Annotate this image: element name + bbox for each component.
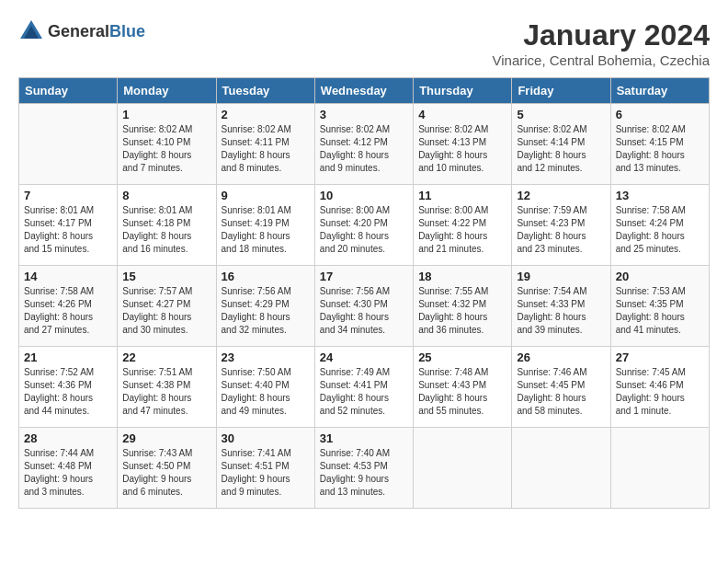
calendar-week-row: 14Sunrise: 7:58 AM Sunset: 4:26 PM Dayli… (19, 266, 710, 347)
calendar-cell: 2Sunrise: 8:02 AM Sunset: 4:11 PM Daylig… (216, 104, 314, 185)
cell-content: Sunrise: 7:48 AM Sunset: 4:43 PM Dayligh… (418, 366, 506, 418)
calendar-cell: 5Sunrise: 8:02 AM Sunset: 4:14 PM Daylig… (512, 104, 610, 185)
cell-content: Sunrise: 8:01 AM Sunset: 4:18 PM Dayligh… (122, 204, 210, 256)
day-number: 5 (517, 108, 605, 121)
calendar-cell: 31Sunrise: 7:40 AM Sunset: 4:53 PM Dayli… (314, 428, 413, 509)
cell-content: Sunrise: 7:53 AM Sunset: 4:35 PM Dayligh… (616, 285, 704, 337)
cell-content: Sunrise: 7:44 AM Sunset: 4:48 PM Dayligh… (24, 447, 112, 499)
cell-content: Sunrise: 7:45 AM Sunset: 4:46 PM Dayligh… (616, 366, 704, 418)
calendar-cell: 21Sunrise: 7:52 AM Sunset: 4:36 PM Dayli… (19, 347, 118, 428)
cell-content: Sunrise: 8:02 AM Sunset: 4:15 PM Dayligh… (616, 123, 704, 175)
cell-content: Sunrise: 7:41 AM Sunset: 4:51 PM Dayligh… (222, 447, 310, 499)
logo-general-text: General (48, 22, 109, 40)
day-number: 7 (24, 189, 112, 202)
day-number: 15 (122, 270, 210, 283)
day-number: 10 (320, 189, 408, 202)
cell-content: Sunrise: 7:56 AM Sunset: 4:30 PM Dayligh… (320, 285, 408, 337)
calendar-cell: 28Sunrise: 7:44 AM Sunset: 4:48 PM Dayli… (19, 428, 118, 509)
cell-content: Sunrise: 7:58 AM Sunset: 4:26 PM Dayligh… (24, 285, 112, 337)
calendar-cell: 27Sunrise: 7:45 AM Sunset: 4:46 PM Dayli… (610, 347, 709, 428)
calendar-cell: 25Sunrise: 7:48 AM Sunset: 4:43 PM Dayli… (414, 347, 512, 428)
calendar-cell: 12Sunrise: 7:59 AM Sunset: 4:23 PM Dayli… (512, 185, 610, 266)
calendar-cell: 15Sunrise: 7:57 AM Sunset: 4:27 PM Dayli… (118, 266, 216, 347)
day-header-friday: Friday (512, 78, 610, 104)
calendar-cell: 14Sunrise: 7:58 AM Sunset: 4:26 PM Dayli… (19, 266, 118, 347)
calendar-cell: 19Sunrise: 7:54 AM Sunset: 4:33 PM Dayli… (512, 266, 610, 347)
cell-content: Sunrise: 8:02 AM Sunset: 4:14 PM Dayligh… (517, 123, 605, 175)
day-number: 4 (418, 108, 506, 121)
day-header-thursday: Thursday (414, 78, 512, 104)
calendar-header-row: SundayMondayTuesdayWednesdayThursdayFrid… (19, 78, 710, 104)
day-number: 9 (222, 189, 310, 202)
day-number: 8 (122, 189, 210, 202)
day-number: 20 (616, 270, 704, 283)
cell-content: Sunrise: 8:02 AM Sunset: 4:10 PM Dayligh… (122, 123, 210, 175)
calendar-cell: 18Sunrise: 7:55 AM Sunset: 4:32 PM Dayli… (414, 266, 512, 347)
calendar-cell: 4Sunrise: 8:02 AM Sunset: 4:13 PM Daylig… (414, 104, 512, 185)
cell-content: Sunrise: 8:02 AM Sunset: 4:11 PM Dayligh… (222, 123, 310, 175)
cell-content: Sunrise: 7:54 AM Sunset: 4:33 PM Dayligh… (517, 285, 605, 337)
calendar-cell: 16Sunrise: 7:56 AM Sunset: 4:29 PM Dayli… (216, 266, 314, 347)
calendar-week-row: 21Sunrise: 7:52 AM Sunset: 4:36 PM Dayli… (19, 347, 710, 428)
cell-content: Sunrise: 8:00 AM Sunset: 4:20 PM Dayligh… (320, 204, 408, 256)
calendar-cell: 26Sunrise: 7:46 AM Sunset: 4:45 PM Dayli… (512, 347, 610, 428)
logo-blue-text: Blue (109, 22, 145, 40)
cell-content: Sunrise: 7:55 AM Sunset: 4:32 PM Dayligh… (418, 285, 506, 337)
cell-content: Sunrise: 8:02 AM Sunset: 4:12 PM Dayligh… (320, 123, 408, 175)
calendar-cell: 7Sunrise: 8:01 AM Sunset: 4:17 PM Daylig… (19, 185, 118, 266)
cell-content: Sunrise: 7:59 AM Sunset: 4:23 PM Dayligh… (517, 204, 605, 256)
logo: GeneralBlue (18, 18, 145, 44)
day-number: 1 (122, 108, 210, 121)
day-number: 22 (122, 350, 210, 364)
day-header-saturday: Saturday (610, 78, 709, 104)
calendar-cell: 6Sunrise: 8:02 AM Sunset: 4:15 PM Daylig… (610, 104, 709, 185)
page-header: GeneralBlue January 2024 Vinarice, Centr… (18, 18, 710, 68)
title-block: January 2024 Vinarice, Central Bohemia, … (492, 18, 710, 68)
day-number: 12 (517, 189, 605, 202)
calendar-cell: 30Sunrise: 7:41 AM Sunset: 4:51 PM Dayli… (216, 428, 314, 509)
day-number: 28 (24, 431, 112, 445)
day-header-monday: Monday (118, 78, 216, 104)
cell-content: Sunrise: 7:57 AM Sunset: 4:27 PM Dayligh… (122, 285, 210, 337)
cell-content: Sunrise: 8:01 AM Sunset: 4:19 PM Dayligh… (222, 204, 310, 256)
day-number: 26 (517, 350, 605, 364)
calendar-cell: 17Sunrise: 7:56 AM Sunset: 4:30 PM Dayli… (314, 266, 413, 347)
calendar-cell: 29Sunrise: 7:43 AM Sunset: 4:50 PM Dayli… (118, 428, 216, 509)
calendar-cell: 10Sunrise: 8:00 AM Sunset: 4:20 PM Dayli… (314, 185, 413, 266)
cell-content: Sunrise: 7:56 AM Sunset: 4:29 PM Dayligh… (222, 285, 310, 337)
day-number: 3 (320, 108, 408, 121)
calendar-cell: 3Sunrise: 8:02 AM Sunset: 4:12 PM Daylig… (314, 104, 413, 185)
calendar-cell: 20Sunrise: 7:53 AM Sunset: 4:35 PM Dayli… (610, 266, 709, 347)
day-number: 21 (24, 350, 112, 364)
cell-content: Sunrise: 7:46 AM Sunset: 4:45 PM Dayligh… (517, 366, 605, 418)
calendar-cell: 23Sunrise: 7:50 AM Sunset: 4:40 PM Dayli… (216, 347, 314, 428)
day-number: 2 (222, 108, 310, 121)
calendar-week-row: 1Sunrise: 8:02 AM Sunset: 4:10 PM Daylig… (19, 104, 710, 185)
day-number: 11 (418, 189, 506, 202)
calendar-cell: 24Sunrise: 7:49 AM Sunset: 4:41 PM Dayli… (314, 347, 413, 428)
calendar-cell: 22Sunrise: 7:51 AM Sunset: 4:38 PM Dayli… (118, 347, 216, 428)
calendar-cell (512, 428, 610, 509)
cell-content: Sunrise: 7:51 AM Sunset: 4:38 PM Dayligh… (122, 366, 210, 418)
day-number: 25 (418, 350, 506, 364)
cell-content: Sunrise: 8:02 AM Sunset: 4:13 PM Dayligh… (418, 123, 506, 175)
calendar-table: SundayMondayTuesdayWednesdayThursdayFrid… (18, 77, 710, 509)
day-number: 29 (122, 431, 210, 445)
day-header-sunday: Sunday (19, 78, 118, 104)
cell-content: Sunrise: 7:52 AM Sunset: 4:36 PM Dayligh… (24, 366, 112, 418)
cell-content: Sunrise: 8:01 AM Sunset: 4:17 PM Dayligh… (24, 204, 112, 256)
location-title: Vinarice, Central Bohemia, Czechia (492, 52, 710, 68)
cell-content: Sunrise: 7:49 AM Sunset: 4:41 PM Dayligh… (320, 366, 408, 418)
day-number: 17 (320, 270, 408, 283)
cell-content: Sunrise: 7:43 AM Sunset: 4:50 PM Dayligh… (122, 447, 210, 499)
day-number: 31 (320, 431, 408, 445)
cell-content: Sunrise: 7:58 AM Sunset: 4:24 PM Dayligh… (616, 204, 704, 256)
day-number: 19 (517, 270, 605, 283)
logo-icon (18, 18, 44, 44)
day-header-tuesday: Tuesday (216, 78, 314, 104)
day-number: 24 (320, 350, 408, 364)
calendar-cell: 9Sunrise: 8:01 AM Sunset: 4:19 PM Daylig… (216, 185, 314, 266)
day-number: 30 (222, 431, 310, 445)
calendar-cell (414, 428, 512, 509)
calendar-cell: 11Sunrise: 8:00 AM Sunset: 4:22 PM Dayli… (414, 185, 512, 266)
